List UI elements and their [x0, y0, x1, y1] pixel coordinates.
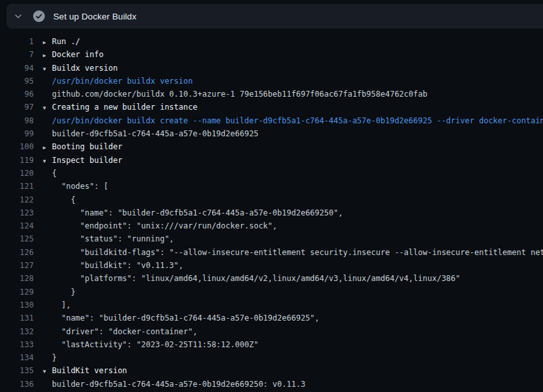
group-toggle-icon[interactable]: ▶: [43, 141, 52, 153]
line-number[interactable]: 129: [0, 286, 34, 299]
log-line: 121 "nodes": [: [0, 180, 543, 193]
log-line: 100 ▶ Booting builder: [0, 140, 543, 153]
step-header[interactable]: Set up Docker Buildx: [6, 4, 543, 29]
log-line-text: /usr/bin/docker buildx create --name bui…: [52, 114, 543, 127]
group-toggle-icon[interactable]: ▼: [43, 365, 52, 377]
log-line-text: "driver": "docker-container",: [52, 325, 197, 338]
line-number[interactable]: 119: [0, 154, 34, 167]
log-line-text: "buildkitd-flags": "--allow-insecure-ent…: [52, 246, 543, 259]
line-number[interactable]: 120: [0, 167, 34, 180]
group-toggle-icon[interactable]: ▼: [43, 102, 52, 114]
step-title[interactable]: Set up Docker Buildx: [53, 12, 136, 21]
log-line-text: builder-d9cfb5a1-c764-445a-a57e-0b19d2e6…: [52, 127, 259, 140]
log-line-text: {: [52, 167, 57, 180]
log-line-text: "name": "builder-d9cfb5a1-c764-445a-a57e…: [52, 312, 320, 325]
line-number[interactable]: 99: [0, 127, 34, 140]
line-number[interactable]: 95: [0, 75, 34, 88]
line-number[interactable]: 97: [0, 101, 34, 114]
log-line-text: "name": "builder-d9cfb5a1-c764-445a-a57e…: [52, 206, 343, 219]
log-line-text: "platforms": "linux/amd64,linux/amd64/v2…: [52, 272, 461, 285]
log-line: 122 {: [0, 193, 543, 206]
line-number[interactable]: 136: [0, 378, 34, 391]
log-line-text[interactable]: Inspect builder: [52, 154, 122, 167]
line-number[interactable]: 123: [0, 206, 34, 219]
log-line-text: builder-d9cfb5a1-c764-445a-a57e-0b19d2e6…: [52, 378, 305, 391]
log-line-text: "endpoint": "unix:///var/run/docker.sock…: [52, 219, 277, 232]
log-line: 135 ▼ BuildKit version: [0, 364, 543, 377]
log-line-text[interactable]: BuildKit version: [52, 364, 127, 377]
log-line-text: "status": "running",: [52, 232, 174, 245]
log-line-text[interactable]: Run ./: [52, 35, 80, 48]
log-line-text[interactable]: Booting builder: [52, 140, 122, 153]
line-number[interactable]: 121: [0, 180, 34, 193]
log-line: 133 "lastActivity": "2023-02-25T11:58:12…: [0, 338, 543, 351]
log-line: 134 }: [0, 351, 543, 364]
log-line: 136 builder-d9cfb5a1-c764-445a-a57e-0b19…: [0, 378, 543, 391]
line-number[interactable]: 130: [0, 299, 34, 312]
chevron-down-icon[interactable]: [13, 11, 23, 21]
log-line: 125 "status": "running",: [0, 232, 543, 245]
line-number[interactable]: 134: [0, 351, 34, 364]
log-line: 129 }: [0, 286, 543, 299]
check-circle-icon: [33, 10, 45, 22]
log-line-text[interactable]: Docker info: [52, 48, 103, 61]
log-line: 1 ▶ Run ./: [0, 35, 543, 48]
log-line-text: ],: [52, 299, 71, 312]
log-line-text: {: [52, 193, 75, 206]
log-line-text[interactable]: Buildx version: [52, 62, 118, 75]
log-line-text: "lastActivity": "2023-02-25T11:58:12.000…: [52, 338, 259, 351]
log-line: 99 builder-d9cfb5a1-c764-445a-a57e-0b19d…: [0, 127, 543, 140]
line-number[interactable]: 132: [0, 325, 34, 338]
line-number[interactable]: 127: [0, 259, 34, 272]
line-number[interactable]: 128: [0, 272, 34, 285]
line-number[interactable]: 125: [0, 232, 34, 245]
line-number[interactable]: 131: [0, 312, 34, 325]
log-line: 126 "buildkitd-flags": "--allow-insecure…: [0, 246, 543, 259]
log-line: 124 "endpoint": "unix:///var/run/docker.…: [0, 219, 543, 232]
log-line-text: "nodes": [: [52, 180, 108, 193]
log-line-text: github.com/docker/buildx 0.10.3+azure-1 …: [52, 88, 427, 101]
log-line: 94 ▼ Buildx version: [0, 62, 543, 75]
group-toggle-icon[interactable]: ▶: [43, 49, 52, 61]
log-line: 7 ▶ Docker info: [0, 48, 543, 61]
log-line: 98 /usr/bin/docker buildx create --name …: [0, 114, 543, 127]
log-line: 123 "name": "builder-d9cfb5a1-c764-445a-…: [0, 206, 543, 219]
group-toggle-icon[interactable]: ▼: [43, 63, 52, 75]
line-number[interactable]: 133: [0, 338, 34, 351]
line-number[interactable]: 122: [0, 193, 34, 206]
line-number[interactable]: 94: [0, 62, 34, 75]
group-toggle-icon[interactable]: ▼: [43, 155, 52, 167]
log-line-text: }: [52, 286, 75, 299]
line-number[interactable]: 7: [0, 48, 34, 61]
log-lines: 1 ▶ Run ./ 7 ▶ Docker info 94 ▼ Buildx v…: [0, 29, 543, 392]
log-line: 119 ▼ Inspect builder: [0, 154, 543, 167]
log-line-text[interactable]: Creating a new builder instance: [52, 101, 197, 114]
log-line: 128 "platforms": "linux/amd64,linux/amd6…: [0, 272, 543, 285]
log-line: 132 "driver": "docker-container",: [0, 325, 543, 338]
log-line: 96 github.com/docker/buildx 0.10.3+azure…: [0, 88, 543, 101]
log-line: 131 "name": "builder-d9cfb5a1-c764-445a-…: [0, 312, 543, 325]
log-line-text: }: [52, 351, 57, 364]
log-line: 127 "buildkit": "v0.11.3",: [0, 259, 543, 272]
line-number[interactable]: 1: [0, 35, 34, 48]
group-toggle-icon[interactable]: ▶: [43, 36, 52, 48]
line-number[interactable]: 126: [0, 246, 34, 259]
log-line-text: /usr/bin/docker buildx version: [52, 75, 193, 88]
line-number[interactable]: 135: [0, 364, 34, 377]
line-number[interactable]: 96: [0, 88, 34, 101]
log-line: 120 {: [0, 167, 543, 180]
log-line-text: "buildkit": "v0.11.3",: [52, 259, 183, 272]
line-number[interactable]: 124: [0, 219, 34, 232]
line-number[interactable]: 100: [0, 140, 34, 153]
line-number[interactable]: 98: [0, 114, 34, 127]
log-line: 95 /usr/bin/docker buildx version: [0, 75, 543, 88]
log-line: 97 ▼ Creating a new builder instance: [0, 101, 543, 114]
log-line: 130 ],: [0, 299, 543, 312]
